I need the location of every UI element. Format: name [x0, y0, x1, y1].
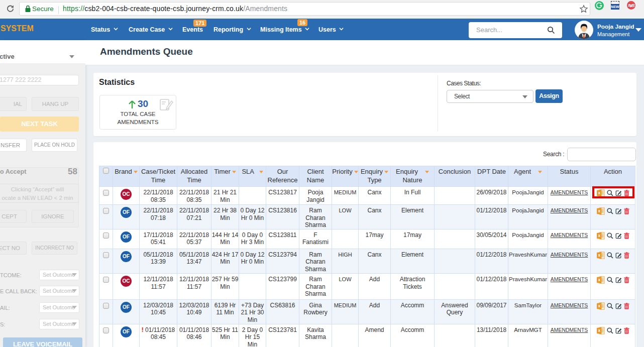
svg-text:⇆B: ⇆B	[627, 3, 635, 8]
